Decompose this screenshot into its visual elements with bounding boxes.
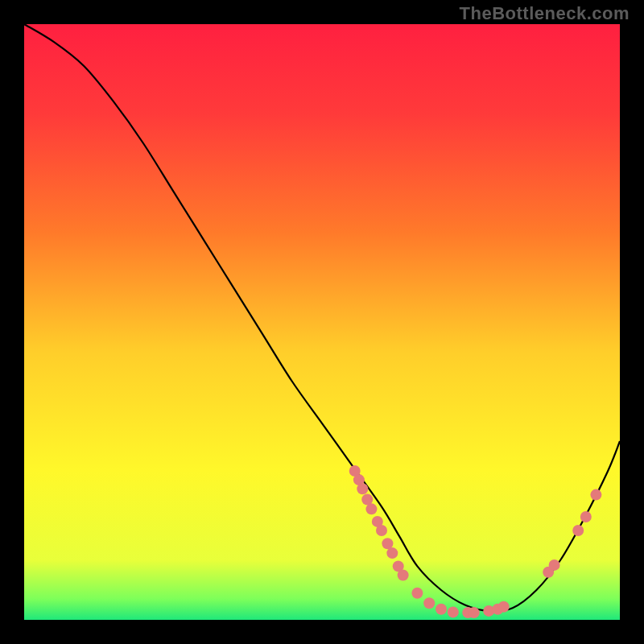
curve-marker [580, 511, 592, 522]
curve-marker [469, 607, 480, 618]
curve-marker [572, 525, 584, 536]
curve-marker [386, 547, 398, 559]
watermark-text: TheBottleneck.com [460, 3, 630, 24]
curve-marker [398, 570, 409, 581]
curve-marker [448, 606, 459, 617]
curve-marker [590, 489, 601, 501]
curve-marker [411, 588, 423, 599]
curve-marker [498, 601, 510, 613]
curve-marker [357, 483, 368, 494]
curve-marker [423, 597, 435, 609]
plot-background [24, 24, 620, 620]
chart-stage: TheBottleneck.com [0, 0, 644, 644]
curve-marker [549, 559, 560, 571]
curve-marker [365, 503, 377, 514]
curve-marker [382, 538, 393, 549]
bottleneck-chart [0, 0, 644, 644]
curve-marker [376, 525, 387, 536]
curve-marker [436, 604, 447, 615]
